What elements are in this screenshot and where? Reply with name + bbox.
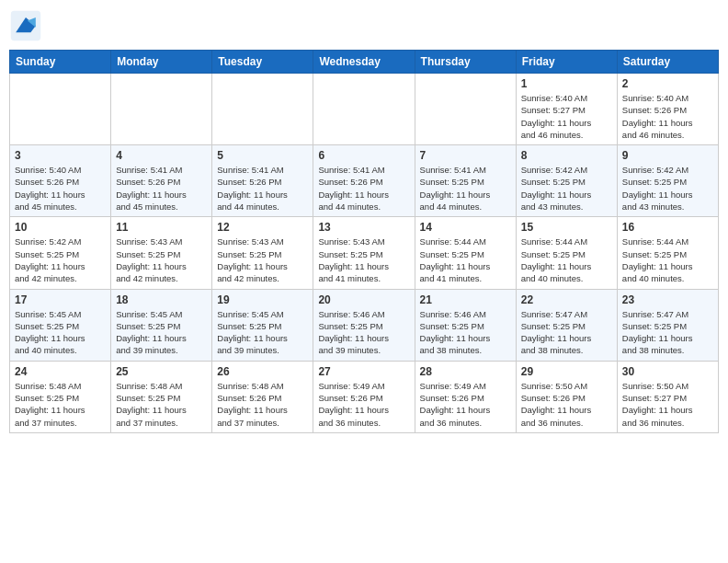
day-info: Sunrise: 5:44 AM Sunset: 5:25 PM Dayligh… [622, 236, 713, 284]
day-number: 23 [622, 293, 713, 306]
day-info: Sunrise: 5:50 AM Sunset: 5:27 PM Dayligh… [622, 380, 713, 429]
calendar-cell: 29Sunrise: 5:50 AM Sunset: 5:26 PM Dayli… [516, 361, 617, 432]
calendar-cell: 1Sunrise: 5:40 AM Sunset: 5:27 PM Daylig… [516, 74, 617, 145]
calendar-cell: 20Sunrise: 5:46 AM Sunset: 5:25 PM Dayli… [313, 289, 415, 361]
day-info: Sunrise: 5:40 AM Sunset: 5:26 PM Dayligh… [15, 164, 106, 213]
day-info: Sunrise: 5:46 AM Sunset: 5:25 PM Dayligh… [420, 308, 511, 357]
day-number: 7 [420, 149, 511, 162]
day-number: 15 [521, 221, 612, 234]
day-info: Sunrise: 5:41 AM Sunset: 5:26 PM Dayligh… [116, 164, 207, 213]
day-info: Sunrise: 5:47 AM Sunset: 5:25 PM Dayligh… [622, 308, 713, 357]
calendar-cell: 6Sunrise: 5:41 AM Sunset: 5:26 PM Daylig… [313, 145, 415, 217]
calendar-cell: 27Sunrise: 5:49 AM Sunset: 5:26 PM Dayli… [313, 361, 415, 432]
calendar-cell [415, 74, 516, 145]
calendar-cell [10, 74, 111, 145]
logo-icon [9, 9, 42, 42]
day-info: Sunrise: 5:41 AM Sunset: 5:26 PM Dayligh… [318, 164, 409, 213]
day-number: 12 [217, 221, 308, 234]
calendar-cell: 24Sunrise: 5:48 AM Sunset: 5:25 PM Dayli… [10, 361, 111, 432]
calendar-cell: 12Sunrise: 5:43 AM Sunset: 5:25 PM Dayli… [212, 217, 313, 289]
calendar-cell: 18Sunrise: 5:45 AM Sunset: 5:25 PM Dayli… [111, 289, 212, 361]
calendar-header-row: SundayMondayTuesdayWednesdayThursdayFrid… [10, 51, 719, 74]
calendar-cell: 2Sunrise: 5:40 AM Sunset: 5:26 PM Daylig… [617, 74, 718, 145]
calendar-cell: 17Sunrise: 5:45 AM Sunset: 5:25 PM Dayli… [10, 289, 111, 361]
day-number: 8 [521, 149, 612, 162]
calendar-cell: 21Sunrise: 5:46 AM Sunset: 5:25 PM Dayli… [415, 289, 516, 361]
calendar: SundayMondayTuesdayWednesdayThursdayFrid… [9, 50, 719, 433]
day-info: Sunrise: 5:40 AM Sunset: 5:26 PM Dayligh… [622, 92, 713, 141]
day-number: 28 [420, 365, 511, 378]
day-info: Sunrise: 5:47 AM Sunset: 5:25 PM Dayligh… [521, 308, 612, 357]
day-info: Sunrise: 5:48 AM Sunset: 5:25 PM Dayligh… [116, 380, 207, 429]
day-number: 18 [116, 293, 207, 306]
day-number: 3 [15, 149, 106, 162]
weekday-header: Tuesday [212, 51, 313, 74]
day-info: Sunrise: 5:45 AM Sunset: 5:25 PM Dayligh… [217, 308, 308, 357]
day-info: Sunrise: 5:43 AM Sunset: 5:25 PM Dayligh… [217, 236, 308, 284]
calendar-cell: 23Sunrise: 5:47 AM Sunset: 5:25 PM Dayli… [617, 289, 718, 361]
calendar-cell: 13Sunrise: 5:43 AM Sunset: 5:25 PM Dayli… [313, 217, 415, 289]
day-number: 13 [318, 221, 409, 234]
calendar-cell: 8Sunrise: 5:42 AM Sunset: 5:25 PM Daylig… [516, 145, 617, 217]
day-info: Sunrise: 5:46 AM Sunset: 5:25 PM Dayligh… [318, 308, 409, 357]
day-number: 24 [15, 365, 106, 378]
weekday-header: Wednesday [313, 51, 415, 74]
day-number: 4 [116, 149, 207, 162]
calendar-cell [111, 74, 212, 145]
calendar-cell: 15Sunrise: 5:44 AM Sunset: 5:25 PM Dayli… [516, 217, 617, 289]
weekday-header: Saturday [617, 51, 718, 74]
day-number: 1 [521, 77, 612, 90]
day-info: Sunrise: 5:42 AM Sunset: 5:25 PM Dayligh… [521, 164, 612, 213]
day-number: 11 [116, 221, 207, 234]
calendar-cell: 7Sunrise: 5:41 AM Sunset: 5:25 PM Daylig… [415, 145, 516, 217]
day-number: 22 [521, 293, 612, 306]
day-number: 29 [521, 365, 612, 378]
calendar-cell: 3Sunrise: 5:40 AM Sunset: 5:26 PM Daylig… [10, 145, 111, 217]
calendar-cell [212, 74, 313, 145]
calendar-cell: 19Sunrise: 5:45 AM Sunset: 5:25 PM Dayli… [212, 289, 313, 361]
weekday-header: Sunday [10, 51, 111, 74]
day-info: Sunrise: 5:45 AM Sunset: 5:25 PM Dayligh… [116, 308, 207, 357]
calendar-cell: 9Sunrise: 5:42 AM Sunset: 5:25 PM Daylig… [617, 145, 718, 217]
page-header [9, 9, 719, 42]
day-number: 5 [217, 149, 308, 162]
calendar-cell: 4Sunrise: 5:41 AM Sunset: 5:26 PM Daylig… [111, 145, 212, 217]
day-number: 30 [622, 365, 713, 378]
day-number: 21 [420, 293, 511, 306]
day-info: Sunrise: 5:43 AM Sunset: 5:25 PM Dayligh… [116, 236, 207, 284]
calendar-week-row: 3Sunrise: 5:40 AM Sunset: 5:26 PM Daylig… [10, 145, 719, 217]
day-info: Sunrise: 5:44 AM Sunset: 5:25 PM Dayligh… [420, 236, 511, 284]
day-number: 27 [318, 365, 409, 378]
day-info: Sunrise: 5:50 AM Sunset: 5:26 PM Dayligh… [521, 380, 612, 429]
day-number: 10 [15, 221, 106, 234]
logo [9, 9, 46, 42]
calendar-cell: 5Sunrise: 5:41 AM Sunset: 5:26 PM Daylig… [212, 145, 313, 217]
calendar-week-row: 17Sunrise: 5:45 AM Sunset: 5:25 PM Dayli… [10, 289, 719, 361]
day-info: Sunrise: 5:49 AM Sunset: 5:26 PM Dayligh… [420, 380, 511, 429]
calendar-week-row: 1Sunrise: 5:40 AM Sunset: 5:27 PM Daylig… [10, 74, 719, 145]
calendar-cell: 16Sunrise: 5:44 AM Sunset: 5:25 PM Dayli… [617, 217, 718, 289]
calendar-cell: 30Sunrise: 5:50 AM Sunset: 5:27 PM Dayli… [617, 361, 718, 432]
day-info: Sunrise: 5:40 AM Sunset: 5:27 PM Dayligh… [521, 92, 612, 141]
weekday-header: Friday [516, 51, 617, 74]
day-number: 2 [622, 77, 713, 90]
calendar-cell: 14Sunrise: 5:44 AM Sunset: 5:25 PM Dayli… [415, 217, 516, 289]
day-info: Sunrise: 5:48 AM Sunset: 5:25 PM Dayligh… [15, 380, 106, 429]
calendar-cell: 26Sunrise: 5:48 AM Sunset: 5:26 PM Dayli… [212, 361, 313, 432]
calendar-cell: 11Sunrise: 5:43 AM Sunset: 5:25 PM Dayli… [111, 217, 212, 289]
day-number: 9 [622, 149, 713, 162]
day-info: Sunrise: 5:42 AM Sunset: 5:25 PM Dayligh… [15, 236, 106, 284]
day-number: 19 [217, 293, 308, 306]
day-number: 26 [217, 365, 308, 378]
calendar-cell: 25Sunrise: 5:48 AM Sunset: 5:25 PM Dayli… [111, 361, 212, 432]
day-info: Sunrise: 5:45 AM Sunset: 5:25 PM Dayligh… [15, 308, 106, 357]
calendar-cell: 28Sunrise: 5:49 AM Sunset: 5:26 PM Dayli… [415, 361, 516, 432]
day-info: Sunrise: 5:41 AM Sunset: 5:26 PM Dayligh… [217, 164, 308, 213]
day-number: 17 [15, 293, 106, 306]
day-info: Sunrise: 5:49 AM Sunset: 5:26 PM Dayligh… [318, 380, 409, 429]
weekday-header: Thursday [415, 51, 516, 74]
day-number: 6 [318, 149, 409, 162]
day-info: Sunrise: 5:44 AM Sunset: 5:25 PM Dayligh… [521, 236, 612, 284]
weekday-header: Monday [111, 51, 212, 74]
day-number: 20 [318, 293, 409, 306]
